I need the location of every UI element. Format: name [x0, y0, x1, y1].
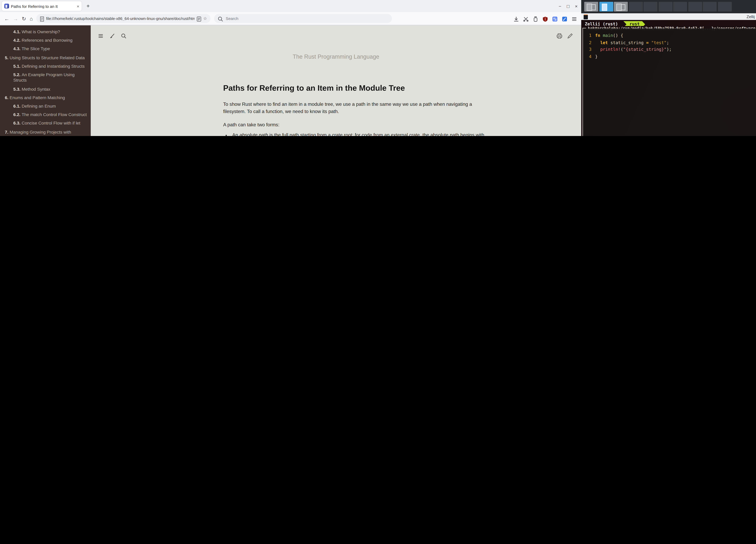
back-icon[interactable]: ← [4, 15, 9, 21]
print-icon[interactable] [556, 30, 562, 41]
bullet-list: An absolute path is the full path starti… [223, 132, 491, 136]
virtual-desktop-6[interactable] [658, 2, 672, 11]
terminal-app-icon [584, 15, 588, 19]
bookmark-star-icon[interactable]: ☆ [203, 16, 207, 21]
tab-title: Paths for Referring to an It [11, 4, 75, 8]
vim-code-line: 2 let static_string = "test"; [585, 40, 672, 47]
menu-icon[interactable] [572, 13, 577, 24]
virtual-desktop-3[interactable] [614, 2, 628, 11]
virtual-desktop-8[interactable] [688, 2, 702, 11]
theme-brush-icon[interactable] [109, 30, 115, 41]
search-box[interactable]: Search [214, 14, 392, 23]
terminal-title-bar: Zellij (rust) - kek@archalpha:/run/media… [581, 13, 756, 21]
vim-code-line: 3 println!("{static_string}"); [585, 47, 672, 54]
extension-jar-icon[interactable] [533, 13, 538, 24]
browser-tab-bar: Paths for Referring to an It × + − □ × [0, 0, 581, 12]
toc-item[interactable]: 6.1. Defining an Enum [5, 104, 87, 110]
toc-item[interactable]: 7. Managing Growing Projects with Packag… [5, 130, 87, 136]
window-maximize-button[interactable]: □ [567, 3, 569, 9]
toc-item[interactable]: 5. Using Structs to Structure Related Da… [5, 55, 87, 61]
terminal-body: Zellij (rust) rust kek@archalpha:/run/me… [581, 20, 756, 136]
ublock-shield-icon[interactable] [543, 13, 548, 24]
plasma-grid-icon[interactable] [552, 13, 558, 24]
sidebar-toggle-icon[interactable] [98, 30, 103, 41]
terminal-window-title: Zellij (rust) - kek@archalpha:/run/media… [581, 15, 756, 19]
reader-mode-icon[interactable] [197, 14, 201, 23]
toc-item[interactable]: 5.1. Defining and Instantiating Structs [5, 64, 87, 70]
desktop: Paths for Referring to an It × + − □ × ←… [0, 0, 756, 136]
page-icon [40, 14, 44, 23]
paragraph: A path can take two forms: [223, 122, 482, 129]
browser-tab[interactable]: Paths for Referring to an It × [2, 1, 82, 11]
url-bar[interactable]: file:///home/kek/.rustup/toolchains/stab… [36, 14, 211, 23]
tab-close-icon[interactable]: × [77, 4, 79, 8]
home-icon[interactable]: ⌂ [30, 15, 33, 21]
forward-icon[interactable]: → [13, 15, 18, 21]
virtual-desktop-7[interactable] [673, 2, 687, 11]
book-page: The Rust Programming Language Paths for … [91, 25, 581, 136]
download-icon[interactable] [513, 13, 519, 24]
browser-nav-bar: ← → ↻ ⌂ file:///home/kek/.rustup/toolcha… [0, 12, 581, 25]
toc-item[interactable]: 6. Enums and Pattern Matching [5, 95, 87, 101]
toc-item[interactable]: 6.3. Concise Control Flow with if let [5, 121, 87, 127]
system-panel: 7:20 PM Monday 3 June 2024 [581, 0, 756, 13]
toc-item[interactable]: 5.2. An Example Program Using Structs [5, 73, 87, 84]
reload-icon[interactable]: ↻ [22, 15, 26, 21]
notes-pen-icon[interactable] [562, 13, 567, 24]
book-sidebar: 4.1. What is Ownership?4.2. References a… [0, 25, 91, 136]
virtual-desktop-5[interactable] [644, 2, 657, 11]
page-heading: Paths for Referring to an Item in the Mo… [223, 83, 483, 93]
extension-scissors-icon[interactable] [523, 13, 529, 24]
search-placeholder: Search [226, 16, 238, 21]
new-tab-button[interactable]: + [86, 3, 90, 9]
firefox-window: Paths for Referring to an It × + − □ × ←… [0, 0, 581, 136]
toc-item[interactable]: 5.3. Method Syntax [5, 87, 87, 93]
book-favicon [4, 4, 9, 8]
virtual-desktop-10[interactable] [718, 2, 732, 11]
virtual-desktop-2[interactable] [599, 2, 613, 11]
url-text: file:///home/kek/.rustup/toolchains/stab… [46, 16, 195, 21]
window-minimize-button[interactable]: − [559, 3, 561, 9]
window-close-button[interactable]: × [575, 3, 578, 9]
vim-pane[interactable]: kek@archalpha:/run/media/kek/58ba7589-9c… [582, 28, 756, 136]
edit-icon[interactable] [567, 30, 573, 41]
toc-item[interactable]: 4.2. References and Borrowing [5, 38, 87, 44]
toc-item[interactable]: 4.3. The Slice Type [5, 47, 87, 53]
bullet-item: An absolute path is the full path starti… [232, 132, 491, 136]
virtual-desktop-pager [584, 2, 732, 11]
toc-item[interactable]: 4.1. What is Ownership? [5, 30, 87, 35]
virtual-desktop-1[interactable] [584, 2, 598, 11]
paragraph: To show Rust where to find an item in a … [223, 101, 482, 116]
virtual-desktop-4[interactable] [629, 2, 643, 11]
book-search-icon[interactable] [121, 30, 126, 41]
virtual-desktop-9[interactable] [703, 2, 717, 11]
vim-code-line: 4} [585, 54, 672, 61]
zellij-window: Zellij (rust) - kek@archalpha:/run/media… [581, 13, 756, 136]
book-brand-title: The Rust Programming Language [91, 53, 581, 60]
search-icon [218, 13, 223, 24]
toc-item[interactable]: 6.2. The match Control Flow Construct [5, 113, 87, 118]
vim-code-line: 1fn main() { [585, 33, 672, 40]
